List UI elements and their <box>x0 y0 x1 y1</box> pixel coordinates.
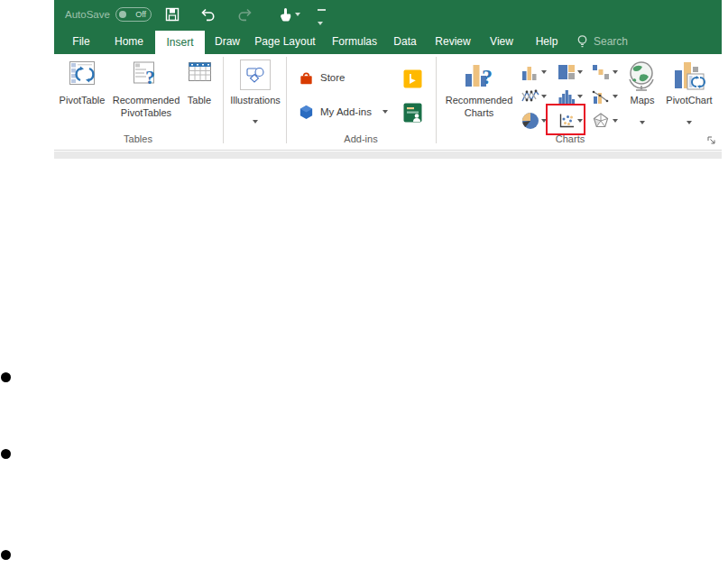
pivottable-button[interactable]: PivotTable <box>56 60 108 107</box>
ribbon: PivotTable ? Recommended PivotTables Tab… <box>54 54 722 151</box>
tab-view[interactable]: View <box>481 29 522 54</box>
my-addins-button[interactable]: My Add-ins <box>298 102 372 122</box>
redo-button[interactable] <box>237 6 253 23</box>
store-bag-icon <box>298 69 315 87</box>
tab-home[interactable]: Home <box>105 29 153 54</box>
pivotchart-dropdown-icon <box>687 121 692 124</box>
pivotchart-label: PivotChart <box>653 95 725 107</box>
autosave-state: Off <box>135 10 146 19</box>
treemap-chart-icon <box>558 63 576 81</box>
illustrations-label: Illustrations <box>225 95 286 107</box>
insert-waterfall-chart-button[interactable] <box>592 63 610 81</box>
illustrations-button[interactable]: Illustrations <box>225 60 286 127</box>
customize-toolbar-icon <box>318 9 326 11</box>
redo-icon <box>237 6 253 23</box>
line-stock-chart-icon <box>521 87 539 105</box>
bing-addin-button[interactable] <box>403 69 422 88</box>
radar-chart-icon <box>592 112 610 130</box>
tab-page-layout[interactable]: Page Layout <box>250 29 320 54</box>
recommended-pivottables-icon: ? <box>133 60 160 87</box>
charts-dialog-launcher-button[interactable] <box>707 136 716 145</box>
pie-chart-dropdown-icon[interactable] <box>541 119 547 123</box>
store-label: Store <box>320 72 346 83</box>
ribbon-tab-row: File Home Insert Draw Page Layout Formul… <box>54 29 722 54</box>
recommended-charts-button[interactable]: ? Recommended Charts <box>444 60 514 119</box>
charts-group-label: Charts <box>525 133 615 144</box>
recommended-pivottables-label: Recommended PivotTables <box>108 95 184 119</box>
scatter-chart-dropdown-icon[interactable] <box>577 119 583 123</box>
excel-window: AutoSave Off <box>54 0 722 160</box>
group-divider <box>223 57 224 143</box>
touch-mode-dropdown-icon[interactable] <box>295 13 300 16</box>
pivottable-icon <box>69 60 96 87</box>
maps-dropdown-icon <box>640 121 645 124</box>
bullet-marker <box>1 449 11 459</box>
toggle-knob-icon <box>119 11 126 18</box>
bing-icon <box>403 69 422 88</box>
my-addins-hexagon-icon <box>298 104 315 121</box>
table-label: Table <box>179 95 220 107</box>
tab-data[interactable]: Data <box>387 29 423 54</box>
tables-group-label: Tables <box>93 133 183 144</box>
people-graph-icon <box>403 103 422 123</box>
recommended-pivottables-button[interactable]: ? Recommended PivotTables <box>108 60 184 119</box>
customize-quick-access-button[interactable] <box>318 9 326 29</box>
insert-pie-chart-button[interactable] <box>521 112 539 130</box>
column-chart-icon <box>521 63 539 81</box>
insert-line-chart-button[interactable] <box>521 87 539 105</box>
illustrations-iconbox <box>240 60 271 90</box>
autosave-toggle[interactable]: Off <box>115 7 152 22</box>
statistic-chart-dropdown-icon[interactable] <box>577 95 583 98</box>
pivottable-label: PivotTable <box>56 95 108 107</box>
illustrations-shapes-icon <box>244 64 266 86</box>
insert-scatter-chart-button[interactable] <box>558 112 576 130</box>
table-button[interactable]: Table <box>179 60 220 107</box>
tab-file[interactable]: File <box>61 29 101 54</box>
save-icon <box>164 6 180 23</box>
undo-icon <box>199 6 216 23</box>
addins-group-label: Add-ins <box>316 133 406 144</box>
tab-review[interactable]: Review <box>427 29 479 54</box>
treemap-chart-dropdown-icon[interactable] <box>577 70 583 74</box>
recommended-charts-label: Recommended Charts <box>444 95 514 119</box>
my-addins-label: My Add-ins <box>320 106 372 117</box>
histogram-chart-icon <box>558 87 576 105</box>
column-chart-dropdown-icon[interactable] <box>541 70 547 74</box>
tab-help[interactable]: Help <box>524 29 569 54</box>
dialog-launcher-icon <box>707 136 716 145</box>
autosave-label: AutoSave <box>65 0 110 29</box>
people-graph-addin-button[interactable] <box>403 103 422 123</box>
svg-text:?: ? <box>145 66 155 87</box>
formula-bar-edge <box>54 151 722 159</box>
group-divider <box>286 57 287 143</box>
touch-mouse-mode-button[interactable] <box>277 6 293 23</box>
bullet-marker <box>1 550 11 560</box>
touch-mode-icon <box>277 6 293 23</box>
title-bar: AutoSave Off <box>54 0 722 29</box>
waterfall-chart-icon <box>592 63 610 81</box>
save-button[interactable] <box>164 6 180 23</box>
combo-chart-icon <box>592 87 610 105</box>
svg-text:?: ? <box>482 65 493 88</box>
table-icon <box>188 60 212 84</box>
pivotchart-button[interactable]: PivotChart <box>653 60 725 128</box>
tab-draw[interactable]: Draw <box>205 29 250 54</box>
pivotchart-icon <box>673 60 705 92</box>
insert-column-chart-button[interactable] <box>521 63 539 81</box>
insert-radar-chart-button[interactable] <box>592 112 610 130</box>
tab-formulas[interactable]: Formulas <box>322 29 387 54</box>
undo-button[interactable] <box>199 6 216 23</box>
insert-statistic-chart-button[interactable] <box>558 87 576 105</box>
scatter-chart-icon <box>558 112 576 130</box>
tell-me-search[interactable]: Search <box>576 29 628 54</box>
line-chart-dropdown-icon[interactable] <box>541 95 547 98</box>
my-addins-dropdown-icon[interactable] <box>382 110 388 114</box>
illustrations-dropdown-icon <box>253 120 258 124</box>
lightbulb-icon <box>576 34 589 50</box>
insert-hierarchy-chart-button[interactable] <box>558 63 576 81</box>
tab-insert[interactable]: Insert <box>155 31 205 54</box>
chevron-down-icon <box>318 22 323 25</box>
insert-combo-chart-button[interactable] <box>592 87 610 105</box>
pie-chart-icon <box>521 112 539 130</box>
store-button[interactable]: Store <box>298 68 346 87</box>
